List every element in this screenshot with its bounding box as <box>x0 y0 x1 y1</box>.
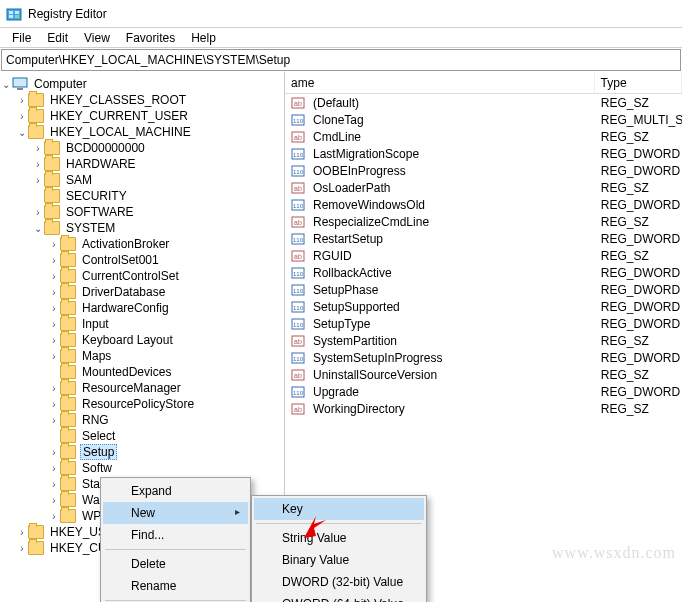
tree-item[interactable]: HKEY_LOCAL_MACHINE <box>0 124 284 140</box>
menu-favorites[interactable]: Favorites <box>118 29 183 47</box>
expand-toggle[interactable] <box>32 159 44 170</box>
expand-toggle[interactable] <box>32 223 44 234</box>
address-bar[interactable]: Computer\HKEY_LOCAL_MACHINE\SYSTEM\Setup <box>1 49 681 71</box>
menu-item[interactable]: Key <box>254 498 424 520</box>
tree-item[interactable]: Setup <box>0 444 284 460</box>
list-row[interactable]: 110 Upgrade REG_DWORD <box>285 383 682 400</box>
expand-toggle[interactable] <box>48 255 60 266</box>
list-row[interactable]: ab (Default) REG_SZ <box>285 94 682 111</box>
tree-item[interactable]: MountedDevices <box>0 364 284 380</box>
tree-item[interactable]: SECURITY <box>0 188 284 204</box>
tree-item[interactable]: CurrentControlSet <box>0 268 284 284</box>
tree-item[interactable]: HKEY_CURRENT_USER <box>0 108 284 124</box>
tree-item[interactable]: Input <box>0 316 284 332</box>
expand-toggle[interactable] <box>32 143 44 154</box>
tree-item[interactable]: SOFTWARE <box>0 204 284 220</box>
menu-item[interactable]: Delete <box>103 553 248 575</box>
menu-item[interactable]: Rename <box>103 575 248 597</box>
list-row[interactable]: 110 RollbackActive REG_DWORD <box>285 264 682 281</box>
tree-item[interactable]: Softw <box>0 460 284 476</box>
list-row[interactable]: 110 CloneTag REG_MULTI_SZ <box>285 111 682 128</box>
expand-toggle[interactable] <box>48 239 60 250</box>
tree-item[interactable]: HARDWARE <box>0 156 284 172</box>
tree-item[interactable]: RNG <box>0 412 284 428</box>
tree-item[interactable]: SAM <box>0 172 284 188</box>
folder-icon <box>44 141 60 155</box>
menu-item[interactable]: Find... <box>103 524 248 546</box>
menu-item[interactable]: Expand <box>103 480 248 502</box>
tree-item[interactable]: ControlSet001 <box>0 252 284 268</box>
tree-item[interactable]: Keyboard Layout <box>0 332 284 348</box>
list-row[interactable]: ab RespecializeCmdLine REG_SZ <box>285 213 682 230</box>
menu-item[interactable]: DWORD (32-bit) Value <box>254 571 424 593</box>
expand-toggle[interactable] <box>48 479 60 490</box>
folder-icon <box>60 333 76 347</box>
col-type[interactable]: Type <box>595 73 682 93</box>
tree-item[interactable]: ResourcePolicyStore <box>0 396 284 412</box>
expand-toggle[interactable] <box>48 335 60 346</box>
menu-item[interactable]: New <box>103 502 248 524</box>
expand-toggle[interactable] <box>32 175 44 186</box>
tree-item[interactable]: DriverDatabase <box>0 284 284 300</box>
col-name[interactable]: ame <box>285 73 595 93</box>
list-row[interactable]: 110 LastMigrationScope REG_DWORD <box>285 145 682 162</box>
menu-help[interactable]: Help <box>183 29 224 47</box>
expand-toggle[interactable] <box>48 447 60 458</box>
menu-edit[interactable]: Edit <box>39 29 76 47</box>
expand-toggle[interactable] <box>48 495 60 506</box>
menu-item[interactable]: String Value <box>254 527 424 549</box>
expand-toggle[interactable] <box>48 399 60 410</box>
svg-text:110: 110 <box>293 305 304 311</box>
tree-item[interactable]: ActivationBroker <box>0 236 284 252</box>
menu-item[interactable]: Binary Value <box>254 549 424 571</box>
menu-view[interactable]: View <box>76 29 118 47</box>
tree-item[interactable]: SYSTEM <box>0 220 284 236</box>
expand-toggle[interactable] <box>48 511 60 522</box>
list-row[interactable]: 110 RestartSetup REG_DWORD <box>285 230 682 247</box>
expand-toggle[interactable] <box>48 463 60 474</box>
tree-item[interactable]: HKEY_CLASSES_ROOT <box>0 92 284 108</box>
list-row[interactable]: 110 RemoveWindowsOld REG_DWORD <box>285 196 682 213</box>
expand-toggle[interactable] <box>48 319 60 330</box>
list-row[interactable]: 110 OOBEInProgress REG_DWORD <box>285 162 682 179</box>
tree-item[interactable]: Computer <box>0 76 284 92</box>
tree-item[interactable]: Maps <box>0 348 284 364</box>
tree-item[interactable]: Select <box>0 428 284 444</box>
list-row[interactable]: ab CmdLine REG_SZ <box>285 128 682 145</box>
list-row[interactable]: ab RGUID REG_SZ <box>285 247 682 264</box>
value-name: SystemPartition <box>307 334 595 348</box>
expand-toggle[interactable] <box>48 287 60 298</box>
tree-item[interactable]: BCD00000000 <box>0 140 284 156</box>
expand-toggle[interactable] <box>16 543 28 554</box>
folder-icon <box>60 413 76 427</box>
list-row[interactable]: 110 SetupSupported REG_DWORD <box>285 298 682 315</box>
expand-toggle[interactable] <box>16 111 28 122</box>
list-row[interactable]: 110 SystemSetupInProgress REG_DWORD <box>285 349 682 366</box>
list-row[interactable]: 110 SetupType REG_DWORD <box>285 315 682 332</box>
expand-toggle[interactable] <box>16 527 28 538</box>
expand-toggle[interactable] <box>48 351 60 362</box>
expand-toggle[interactable] <box>0 79 12 90</box>
context-submenu-new[interactable]: KeyString ValueBinary ValueDWORD (32-bit… <box>251 495 427 602</box>
expand-toggle[interactable] <box>48 383 60 394</box>
list-row[interactable]: 110 SetupPhase REG_DWORD <box>285 281 682 298</box>
titlebar: Registry Editor <box>0 0 682 28</box>
list-row[interactable]: ab SystemPartition REG_SZ <box>285 332 682 349</box>
expand-toggle[interactable] <box>32 207 44 218</box>
tree-item[interactable]: HardwareConfig <box>0 300 284 316</box>
list-row[interactable]: ab WorkingDirectory REG_SZ <box>285 400 682 417</box>
menu-item[interactable]: QWORD (64-bit) Value <box>254 593 424 602</box>
expand-toggle[interactable] <box>48 415 60 426</box>
menu-file[interactable]: File <box>4 29 39 47</box>
expand-toggle[interactable] <box>16 95 28 106</box>
folder-icon <box>60 237 76 251</box>
expand-toggle[interactable] <box>16 127 28 138</box>
expand-toggle[interactable] <box>48 303 60 314</box>
list-row[interactable]: ab UninstallSourceVersion REG_SZ <box>285 366 682 383</box>
list-row[interactable]: ab OsLoaderPath REG_SZ <box>285 179 682 196</box>
context-menu[interactable]: ExpandNewFind...DeleteRenameExportPermis… <box>100 477 251 602</box>
value-icon: 110 <box>291 266 305 280</box>
svg-text:110: 110 <box>293 288 304 294</box>
tree-item[interactable]: ResourceManager <box>0 380 284 396</box>
expand-toggle[interactable] <box>48 271 60 282</box>
